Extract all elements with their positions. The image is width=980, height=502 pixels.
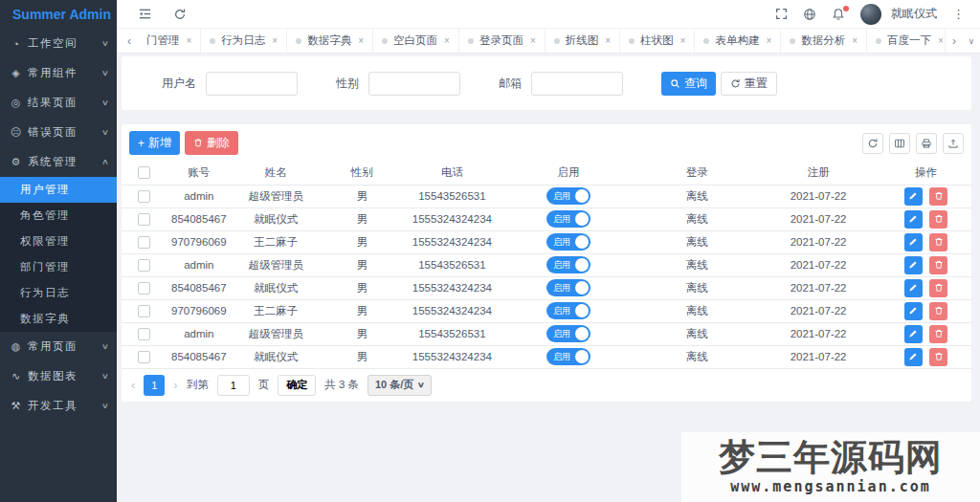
enabled-toggle[interactable]: 启用	[546, 233, 590, 251]
tabs-menu-chevron-icon[interactable]: ∨	[963, 29, 980, 53]
sidebar-submenu-item[interactable]: 用户管理	[0, 177, 117, 203]
tab-close-icon[interactable]: ×	[680, 35, 686, 46]
sidebar-group-item[interactable]: ☹ 错误页面 ∨	[0, 118, 117, 147]
topbar: 就眠仪式 ⋮	[117, 0, 980, 29]
sidebar-submenu-item[interactable]: 部门管理	[0, 254, 117, 280]
enabled-toggle[interactable]: 启用	[546, 302, 590, 319]
row-delete-button[interactable]	[929, 279, 947, 297]
row-edit-button[interactable]	[904, 302, 923, 320]
more-options-icon[interactable]: ⋮	[952, 7, 965, 21]
prev-page-icon[interactable]: ‹	[131, 378, 135, 392]
row-edit-button[interactable]	[904, 233, 923, 251]
tab-item[interactable]: 登录页面 ×	[459, 29, 546, 53]
enabled-toggle[interactable]: 启用	[546, 279, 590, 296]
row-checkbox[interactable]	[138, 190, 150, 203]
tab-close-icon[interactable]: ×	[605, 35, 611, 46]
enabled-toggle[interactable]: 启用	[546, 348, 590, 365]
user-avatar[interactable]	[860, 4, 881, 25]
tab-close-icon[interactable]: ×	[852, 35, 858, 46]
row-edit-button[interactable]	[904, 325, 923, 343]
page-size-select[interactable]: 10 条/页 ∨	[368, 375, 432, 396]
tab-close-icon[interactable]: ×	[358, 35, 364, 46]
row-edit-button[interactable]	[904, 210, 923, 229]
add-button[interactable]: + 新增	[129, 131, 180, 155]
trash-icon	[934, 352, 944, 361]
delete-button[interactable]: 删除	[185, 131, 238, 155]
goto-page-input[interactable]	[217, 375, 250, 396]
row-delete-button[interactable]	[929, 325, 947, 343]
menu-fold-icon[interactable]	[138, 7, 152, 21]
enabled-toggle[interactable]: 启用	[546, 187, 590, 205]
row-checkbox[interactable]	[138, 259, 150, 272]
table-refresh-icon[interactable]	[862, 133, 883, 154]
search-field-input[interactable]	[206, 72, 298, 96]
tab-close-icon[interactable]: ×	[938, 35, 944, 46]
table-header-cell: 启用	[500, 162, 637, 185]
row-delete-button[interactable]	[929, 256, 947, 274]
pencil-icon	[908, 306, 918, 316]
tab-item[interactable]: 柱状图 ×	[620, 29, 695, 53]
row-delete-button[interactable]	[929, 348, 947, 366]
select-all-checkbox[interactable]	[138, 166, 150, 179]
search-field-input[interactable]	[531, 72, 623, 96]
sidebar-submenu-item[interactable]: 角色管理	[0, 203, 117, 229]
tab-item[interactable]: 数据字典 ×	[287, 29, 373, 53]
print-icon[interactable]	[916, 133, 937, 154]
row-delete-button[interactable]	[929, 233, 947, 251]
export-icon[interactable]	[943, 133, 964, 154]
sidebar-submenu-item[interactable]: 数据字典	[0, 306, 117, 332]
query-button[interactable]: 查询	[661, 72, 716, 96]
sidebar-group-item[interactable]: ◔ 工作空间 ∨	[0, 29, 117, 58]
page-number-button[interactable]: 1	[144, 375, 165, 396]
row-checkbox[interactable]	[138, 351, 150, 363]
next-page-icon[interactable]: ›	[173, 378, 177, 392]
tab-item[interactable]: 百度一下 ×	[867, 29, 945, 53]
enabled-toggle[interactable]: 启用	[546, 210, 590, 228]
sidebar-group-item[interactable]: ◍ 常用页面 ∨	[0, 332, 117, 361]
row-delete-button[interactable]	[929, 210, 947, 229]
sidebar-group-item[interactable]: ◎ 结果页面 ∨	[0, 88, 117, 118]
tab-close-icon[interactable]: ×	[766, 35, 771, 46]
sidebar-group-item[interactable]: ◈ 常用组件 ∨	[0, 58, 117, 88]
tab-item[interactable]: 数据分析 ×	[781, 29, 867, 53]
sidebar-submenu-item[interactable]: 行为日志	[0, 280, 117, 306]
tab-close-icon[interactable]: ×	[530, 35, 536, 46]
row-edit-button[interactable]	[904, 279, 923, 297]
row-checkbox[interactable]	[138, 236, 150, 249]
confirm-button[interactable]: 确定	[278, 375, 316, 396]
enabled-toggle[interactable]: 启用	[546, 325, 590, 342]
refresh-icon[interactable]	[173, 7, 187, 21]
search-field-input[interactable]	[368, 72, 460, 96]
row-checkbox[interactable]	[138, 213, 150, 226]
tab-item[interactable]: 行为日志 ×	[201, 29, 287, 53]
tab-item[interactable]: 折线图 ×	[546, 29, 620, 53]
row-edit-button[interactable]	[904, 348, 923, 366]
row-checkbox[interactable]	[138, 305, 150, 317]
columns-setting-icon[interactable]	[889, 133, 910, 154]
row-edit-button[interactable]	[904, 187, 923, 206]
tab-close-icon[interactable]: ×	[272, 35, 278, 46]
row-checkbox[interactable]	[138, 282, 150, 295]
fullscreen-icon[interactable]	[775, 8, 788, 20]
notification-bell-icon[interactable]	[832, 8, 845, 21]
tab-close-icon[interactable]: ×	[444, 35, 450, 46]
sidebar-submenu-item[interactable]: 权限管理	[0, 229, 117, 254]
tabs-scroll-left-icon[interactable]: ‹	[121, 29, 138, 53]
sidebar-group-item[interactable]: ⚙ 系统管理 ∨	[0, 147, 117, 177]
enabled-toggle[interactable]: 启用	[546, 256, 590, 273]
row-delete-button[interactable]	[929, 302, 947, 320]
row-delete-button[interactable]	[929, 187, 947, 206]
tab-close-icon[interactable]: ×	[187, 35, 192, 46]
username-label[interactable]: 就眠仪式	[891, 6, 937, 22]
tab-item[interactable]: 空白页面 ×	[373, 29, 459, 53]
tab-item[interactable]: 门管理 ×	[138, 29, 201, 53]
table-header: 账号姓名性别电话启用登录注册操作	[122, 162, 971, 185]
reset-button[interactable]: 重置	[721, 72, 777, 96]
row-checkbox[interactable]	[138, 328, 150, 340]
sidebar-group-item[interactable]: ⚒ 开发工具 ∨	[0, 391, 117, 421]
tabs-scroll-right-icon[interactable]: ›	[946, 29, 963, 53]
language-globe-icon[interactable]	[803, 8, 816, 21]
sidebar-group-item[interactable]: ∿ 数据图表 ∨	[0, 361, 117, 391]
row-edit-button[interactable]	[904, 256, 923, 274]
tab-item[interactable]: 表单构建 ×	[695, 29, 781, 53]
